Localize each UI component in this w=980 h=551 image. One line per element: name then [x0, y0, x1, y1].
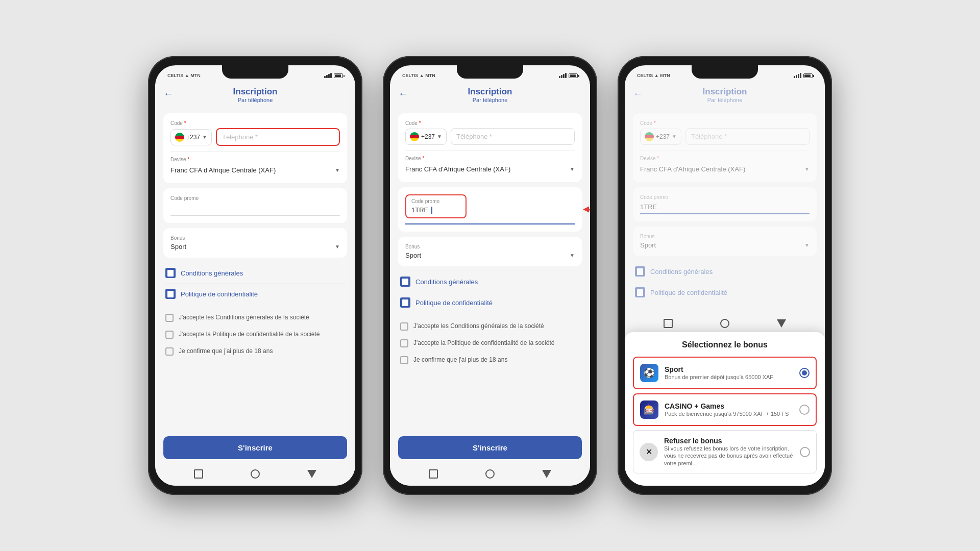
checkbox-text-5: J'accepte la Politique de confidentialit…	[413, 339, 554, 347]
notch-2	[457, 65, 523, 79]
bonus-option-sport-3[interactable]: ⚽ Sport Bonus de premier dépôt jusqu'à 6…	[633, 357, 817, 389]
checkbox-3[interactable]	[165, 347, 174, 356]
conditions-text-2: Conditions générales	[415, 278, 478, 286]
register-button-2[interactable]: S'inscrire	[398, 436, 582, 459]
back-button-2[interactable]: ←	[398, 88, 408, 99]
back-circle-icon-2[interactable]	[485, 469, 495, 479]
checkbox-5[interactable]	[400, 339, 408, 347]
bonus-option-casino-3[interactable]: 🎰 CASINO + Games Pack de bienvenue jusqu…	[633, 393, 817, 426]
recent-icon-3[interactable]	[777, 319, 786, 328]
refuse-name-3: Refuser le bonus	[664, 437, 794, 445]
country-selector-1[interactable]: +237 ▼	[170, 129, 212, 145]
recent-icon-2[interactable]	[542, 470, 551, 478]
conditions-text-1: Conditions générales	[181, 269, 243, 277]
home-icon-3[interactable]	[664, 319, 673, 328]
bottom-nav-1	[155, 464, 355, 486]
back-button-3: ←	[633, 88, 643, 99]
form-section-phone-1: Code * +237 ▼ Téléphone * Devise * Franc…	[163, 113, 347, 183]
arrow-annotation-2	[587, 209, 590, 210]
devise-chevron-icon-2[interactable]: ▼	[570, 166, 575, 172]
phone-input-3: Téléphone *	[685, 128, 810, 145]
checkbox-1[interactable]	[165, 314, 174, 322]
checkbox-4[interactable]	[400, 322, 408, 331]
form-section-promo-3: Code promo 1TRE	[633, 187, 817, 221]
bonus-chevron-icon-1[interactable]: ▼	[335, 244, 340, 249]
phone-screen-2: CELTIS ▲ MTN 16:07 ← Inscription Par tél…	[390, 65, 590, 486]
privacy-link-2[interactable]: Politique de confidentialité	[400, 292, 580, 313]
code-label-1: Code *	[170, 120, 340, 126]
home-icon-2[interactable]	[429, 469, 438, 479]
signal-icon-1	[324, 73, 332, 78]
devise-value-2: Franc CFA d'Afrique Centrale (XAF)	[405, 165, 510, 173]
phone-row-1: +237 ▼ Téléphone *	[170, 128, 340, 146]
privacy-link-1[interactable]: Politique de confidentialité	[165, 284, 345, 304]
bonus-option-refuse-3[interactable]: ✕ Refuser le bonus Si vous refusez les b…	[633, 430, 817, 473]
radio-sport-icon-3[interactable]	[799, 368, 810, 378]
form-section-phone-3: Code * +237 ▼ Téléphone * Devise *	[633, 113, 817, 182]
phone-input-1[interactable]: Téléphone *	[216, 128, 340, 146]
promo-highlighted-box-2: Code promo 1TRE	[405, 194, 467, 218]
checkbox-2[interactable]	[165, 331, 174, 339]
country-code-1: +237	[186, 134, 200, 141]
header-subtitle-1: Par téléphone	[238, 97, 273, 103]
country-selector-2[interactable]: +237 ▼	[405, 129, 447, 145]
checkbox-section-1: J'accepte les Conditions générales de la…	[163, 309, 347, 360]
devise-row-1: Franc CFA d'Afrique Centrale (XAF) ▼	[170, 164, 340, 176]
bonus-label-1: Bonus	[170, 235, 340, 241]
conditions-link-2[interactable]: Conditions générales	[400, 271, 580, 292]
status-icons-1	[324, 73, 343, 78]
form-section-bonus-3: Bonus Sport ▼	[633, 227, 817, 256]
country-selector-3: +237 ▼	[640, 129, 681, 145]
phone-3: CELTIS ▲ MTN 16:07 ← Inscription Par tél…	[618, 56, 832, 495]
checkbox-item-2: J'accepte la Politique de confidentialit…	[165, 326, 345, 343]
phone-input-2[interactable]: Téléphone *	[451, 128, 575, 145]
checkbox-item-3: Je confirme que j'ai plus de 18 ans	[165, 343, 345, 360]
checkbox-item-1: J'accepte les Conditions générales de la…	[165, 309, 345, 326]
conditions-link-1[interactable]: Conditions générales	[165, 263, 345, 284]
back-circle-icon-1[interactable]	[251, 469, 260, 479]
radio-casino-icon-3[interactable]	[799, 405, 810, 415]
bonus-row-2: Sport ▼	[405, 252, 575, 259]
register-button-1[interactable]: S'inscrire	[163, 436, 347, 459]
flag-icon-2	[410, 132, 419, 141]
country-code-2: +237	[421, 133, 435, 140]
phone-row-2: +237 ▼ Téléphone *	[405, 128, 575, 145]
checkbox-6[interactable]	[400, 356, 408, 364]
radio-refuse-icon-3[interactable]	[800, 447, 810, 457]
back-button-1[interactable]: ←	[163, 88, 174, 99]
chevron-down-icon-2: ▼	[437, 134, 442, 139]
phone-2: CELTIS ▲ MTN 16:07 ← Inscription Par tél…	[383, 56, 597, 495]
devise-label-1: Devise *	[170, 157, 340, 162]
form-section-bonus-1: Bonus Sport ▼	[163, 228, 347, 258]
devise-chevron-icon-1[interactable]: ▼	[335, 167, 340, 173]
links-section-1: Conditions générales Politique de confid…	[163, 263, 347, 304]
refuse-icon-3: ✕	[640, 443, 658, 461]
form-section-phone-2: Code * +237 ▼ Téléphone * Devise * Franc…	[398, 113, 582, 182]
checkbox-text-3: Je confirme que j'ai plus de 18 ans	[179, 347, 273, 356]
back-circle-icon-3[interactable]	[720, 319, 729, 328]
checkbox-text-2: J'accepte la Politique de confidentialit…	[179, 330, 320, 339]
doc-icon-2	[165, 289, 176, 299]
recent-icon-1[interactable]	[307, 470, 316, 478]
bonus-overlay-3: Sélectionnez le bonus ⚽ Sport Bonus de p…	[625, 332, 825, 486]
bonus-chevron-icon-2[interactable]: ▼	[570, 253, 575, 258]
promo-label-2: Code promo	[411, 198, 460, 204]
form-content-1: Code * +237 ▼ Téléphone * Devise * Franc…	[155, 107, 355, 433]
bonus-row-1: Sport ▼	[170, 243, 340, 251]
checkbox-text-4: J'accepte les Conditions générales de la…	[413, 322, 544, 331]
checkbox-item-6: Je confirme que j'ai plus de 18 ans	[400, 352, 580, 368]
code-label-2: Code *	[405, 120, 575, 126]
privacy-text-2: Politique de confidentialité	[415, 299, 493, 307]
checkbox-item-5: J'accepte la Politique de confidentialit…	[400, 335, 580, 352]
status-carrier-2: CELTIS ▲ MTN	[402, 73, 435, 78]
home-icon-1[interactable]	[194, 469, 203, 479]
cursor-2	[431, 207, 432, 214]
devise-row-2: Franc CFA d'Afrique Centrale (XAF) ▼	[405, 163, 575, 175]
app-header-3: ← Inscription Par téléphone	[625, 84, 825, 107]
background-content-3: ← Inscription Par téléphone Code * +237 …	[625, 84, 825, 314]
refuse-desc-3: Si vous refusez les bonus lors de votre …	[664, 445, 794, 467]
promo-input-1[interactable]	[170, 203, 340, 216]
status-icons-3	[794, 73, 813, 78]
checkbox-section-2: J'accepte les Conditions générales de la…	[398, 318, 582, 368]
phone-screen-1: CELTIS ▲ MTN 16:06 ← Inscription Par tél…	[155, 65, 355, 486]
